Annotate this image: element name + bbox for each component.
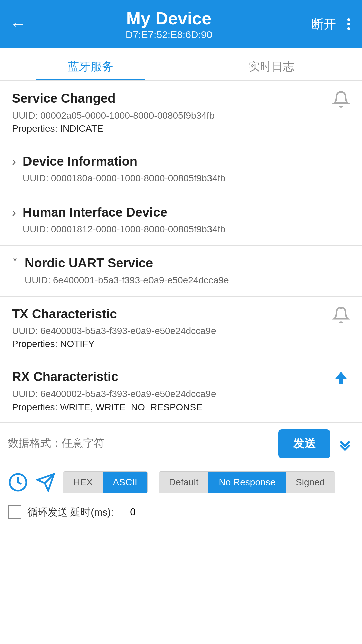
service-name: Service Changed [12, 90, 215, 107]
dot2 [347, 23, 350, 25]
service-name: Human Interface Device [23, 204, 225, 221]
dot1 [347, 18, 350, 21]
signed-button[interactable]: Signed [286, 472, 335, 493]
service-header-left: › Device Information UUID: 0000180a-0000… [12, 153, 225, 185]
characteristic-name: RX Characteristic [12, 369, 216, 385]
properties-label: Properties: [12, 402, 57, 412]
service-name: Nordic UART Service [25, 255, 229, 271]
characteristic-name: TX Characteristic [12, 306, 216, 322]
service-header: › Human Interface Device UUID: 00001812-… [12, 204, 350, 236]
loop-checkbox[interactable] [8, 505, 21, 519]
send-bar: 发送 [0, 422, 362, 465]
characteristic-properties: Properties: WRITE, WRITE_NO_RESPONSE [12, 402, 216, 413]
bell-icon[interactable] [332, 90, 350, 108]
response-group: Default No Response Signed [159, 471, 336, 493]
tab-bluetooth[interactable]: 蓝牙服务 [0, 48, 181, 80]
back-button[interactable]: ← [10, 16, 26, 32]
characteristic-header: RX Characteristic UUID: 6e400002-b5a3-f3… [12, 369, 350, 413]
characteristic-uuid: UUID: 6e400002-b5a3-f393-e0a9-e50e24dcca… [12, 387, 216, 400]
device-address: D7:E7:52:E8:6D:90 [26, 29, 312, 40]
properties-value: NOTIFY [60, 339, 95, 349]
service-header: ˅ Nordic UART Service UUID: 6e400001-b5a… [12, 255, 350, 287]
char-item-rx: RX Characteristic UUID: 6e400002-b5a3-f3… [0, 359, 362, 422]
service-name: Device Information [23, 153, 225, 170]
no-response-button[interactable]: No Response [208, 472, 286, 493]
char-item-tx: TX Characteristic UUID: 6e400003-b5a3-f3… [0, 297, 362, 360]
service-header-left: ˅ Nordic UART Service UUID: 6e400001-b5a… [12, 255, 229, 287]
service-info: Service Changed UUID: 00002a05-0000-1000… [12, 90, 215, 134]
format-group: HEX ASCII [63, 471, 148, 493]
upload-icon[interactable] [332, 369, 350, 387]
properties-label: Properties: [12, 339, 57, 349]
app-header: ← My Device D7:E7:52:E8:6D:90 断开 [0, 0, 362, 48]
service-item-device-information: › Device Information UUID: 0000180a-0000… [0, 144, 362, 195]
service-info: Human Interface Device UUID: 00001812-00… [23, 204, 225, 236]
characteristic-properties: Properties: NOTIFY [12, 339, 216, 350]
clock-icon-button[interactable] [8, 472, 28, 492]
send-icon-button[interactable] [36, 472, 56, 492]
properties-value: INDICATE [60, 123, 103, 134]
characteristic-uuid: UUID: 6e400003-b5a3-f393-e0a9-e50e24dcca… [12, 324, 216, 337]
bell-icon[interactable] [332, 306, 350, 324]
service-header-left: › Human Interface Device UUID: 00001812-… [12, 204, 225, 236]
hex-button[interactable]: HEX [63, 472, 103, 493]
header-title-group: My Device D7:E7:52:E8:6D:90 [26, 8, 312, 40]
loop-delay-input[interactable] [120, 506, 146, 518]
header-actions: 断开 [312, 16, 352, 33]
properties-value: WRITE, WRITE_NO_RESPONSE [60, 402, 202, 412]
service-info: Device Information UUID: 0000180a-0000-1… [23, 153, 225, 185]
bottom-toolbar: HEX ASCII Default No Response Signed [0, 465, 362, 499]
dot3 [347, 27, 350, 30]
service-item-service-changed: Service Changed UUID: 00002a05-0000-1000… [0, 81, 362, 144]
svg-marker-2 [335, 372, 347, 384]
expand-icon-down[interactable]: ˅ [12, 256, 18, 270]
tab-bar: 蓝牙服务 实时日志 [0, 48, 362, 81]
send-button[interactable]: 发送 [278, 429, 330, 458]
service-item-human-interface-device: › Human Interface Device UUID: 00001812-… [0, 195, 362, 246]
service-properties: Properties: INDICATE [12, 123, 215, 134]
service-uuid: UUID: 6e400001-b5a3-f393-e0a9-e50e24dcca… [25, 274, 229, 287]
device-name: My Device [26, 8, 312, 29]
service-uuid: UUID: 0000180a-0000-1000-8000-00805f9b34… [23, 172, 225, 185]
service-header: › Device Information UUID: 0000180a-0000… [12, 153, 350, 185]
service-uuid: UUID: 00001812-0000-1000-8000-00805f9b34… [23, 223, 225, 236]
service-info: Nordic UART Service UUID: 6e400001-b5a3-… [25, 255, 229, 287]
default-button[interactable]: Default [159, 472, 209, 493]
expand-icon[interactable]: › [12, 155, 16, 169]
characteristic-header: TX Characteristic UUID: 6e400003-b5a3-f3… [12, 306, 350, 350]
service-item-nordic-uart: ˅ Nordic UART Service UUID: 6e400001-b5a… [0, 246, 362, 297]
loop-bar: 循环发送 延时(ms): [0, 499, 362, 525]
loop-label: 循环发送 延时(ms): [27, 505, 114, 519]
disconnect-button[interactable]: 断开 [312, 16, 336, 33]
expand-icon[interactable]: › [12, 206, 16, 220]
send-input[interactable] [8, 434, 273, 453]
characteristic-info: RX Characteristic UUID: 6e400002-b5a3-f3… [12, 369, 216, 413]
characteristic-info: TX Characteristic UUID: 6e400003-b5a3-f3… [12, 306, 216, 350]
more-menu-button[interactable] [345, 17, 352, 31]
service-header: Service Changed UUID: 00002a05-0000-1000… [12, 90, 350, 134]
properties-label: Properties: [12, 123, 57, 134]
tab-log[interactable]: 实时日志 [181, 48, 362, 80]
expand-down-button[interactable] [336, 435, 354, 453]
ascii-button[interactable]: ASCII [103, 472, 147, 493]
service-uuid: UUID: 00002a05-0000-1000-8000-00805f9b34… [12, 109, 215, 122]
